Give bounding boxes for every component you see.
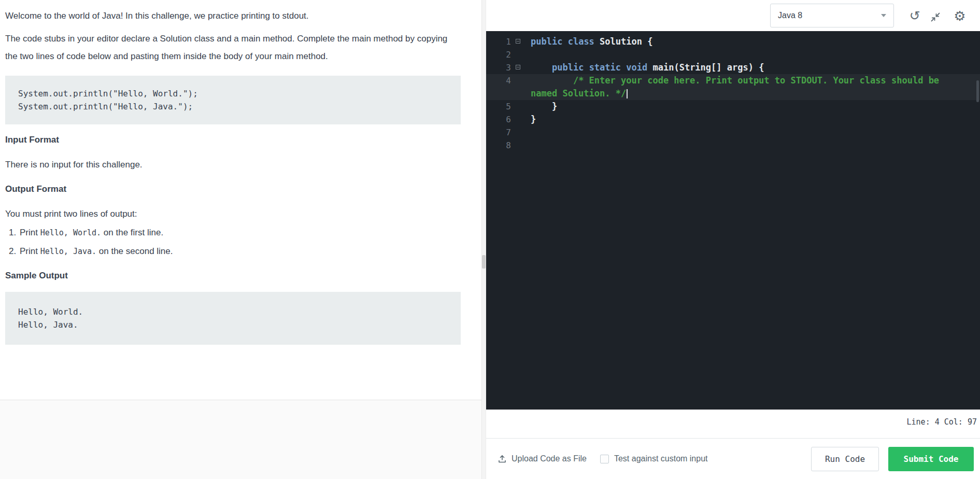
editor-line[interactable]: 8: [486, 139, 980, 152]
code-line[interactable]: [527, 126, 531, 139]
code-sample-line: System.out.println("Hello, Java.");: [18, 100, 450, 113]
editor-footer: Upload Code as File Test against custom …: [486, 438, 980, 479]
text-cursor: [627, 89, 628, 98]
run-code-button[interactable]: Run Code: [811, 447, 879, 471]
output-list: 1. Print Hello, World. on the first line…: [5, 224, 461, 260]
cursor-position: Line: 4 Col: 97: [907, 417, 977, 427]
input-format-heading: Input Format: [5, 134, 461, 146]
list-item: 1. Print Hello, World. on the first line…: [5, 224, 461, 242]
code-line[interactable]: }: [527, 113, 536, 126]
line-number: 7: [486, 126, 511, 139]
language-select[interactable]: Java 8: [770, 4, 894, 27]
inline-code: Hello, World.: [40, 228, 101, 237]
gutter-fold-column: [511, 100, 527, 113]
sample-output-heading: Sample Output: [5, 270, 461, 281]
editor-panel: Java 8 ↺ ⚙ 1public class Solution {23 pu…: [486, 0, 980, 479]
editor-line[interactable]: 3 public static void main(String[] args)…: [486, 61, 980, 74]
code-editor[interactable]: 1public class Solution {23 public static…: [486, 31, 980, 410]
custom-input-label: Test against custom input: [614, 454, 708, 463]
output-format-text: You must print two lines of output:: [5, 205, 461, 223]
list-item-number: 1.: [9, 224, 20, 242]
problem-panel: Welcome to the world of Java! In this ch…: [0, 0, 481, 479]
gutter-fold-column: [511, 126, 527, 139]
inline-code: Hello, Java.: [40, 247, 96, 256]
upload-icon: [498, 454, 507, 463]
editor-scrollbar-thumb[interactable]: [976, 80, 979, 102]
editor-line[interactable]: 7: [486, 126, 980, 139]
gutter-fold-column: [511, 61, 527, 74]
input-format-text: There is no input for this challenge.: [5, 156, 461, 174]
page: Welcome to the world of Java! In this ch…: [0, 0, 980, 479]
editor-line[interactable]: 1public class Solution {: [486, 35, 980, 48]
list-item-text: Print Hello, World. on the first line.: [20, 224, 163, 242]
panel-resize-handle[interactable]: [482, 255, 486, 269]
list-item-number: 2.: [9, 243, 20, 260]
code-line[interactable]: [527, 48, 531, 61]
editor-line[interactable]: 4 /* Enter your code here. Print output …: [486, 74, 980, 100]
line-number: 8: [486, 139, 511, 152]
fold-marker-icon[interactable]: [516, 39, 520, 44]
history-icon[interactable]: ↺: [906, 7, 924, 24]
line-number: 3: [486, 61, 511, 74]
code-line[interactable]: }: [527, 100, 557, 113]
editor-line[interactable]: 2: [486, 48, 980, 61]
list-item: 2. Print Hello, Java. on the second line…: [5, 243, 461, 260]
gutter-fold-column: [511, 48, 527, 61]
submit-code-button[interactable]: Submit Code: [888, 447, 974, 471]
problem-statement: Welcome to the world of Java! In this ch…: [0, 0, 481, 345]
code-sample-block: System.out.println("Hello, World."); Sys…: [5, 76, 461, 124]
fold-marker-icon[interactable]: [516, 65, 520, 69]
output-format-heading: Output Format: [5, 184, 461, 195]
line-number: 2: [486, 48, 511, 61]
intro-paragraph: Welcome to the world of Java! In this ch…: [5, 7, 461, 25]
collapse-icon[interactable]: [930, 12, 948, 22]
line-number: 1: [486, 35, 511, 48]
editor-toolbar: Java 8 ↺ ⚙: [486, 0, 980, 31]
description-paragraph: The code stubs in your editor declare a …: [5, 30, 461, 65]
chevron-down-icon: [881, 14, 886, 17]
code-line[interactable]: /* Enter your code here. Print output to…: [527, 74, 957, 100]
gutter-fold-column: [511, 74, 527, 100]
custom-input-toggle[interactable]: Test against custom input: [600, 454, 708, 463]
upload-code-button[interactable]: Upload Code as File: [498, 454, 587, 463]
line-number: 5: [486, 100, 511, 113]
gutter-fold-column: [511, 35, 527, 48]
upload-label: Upload Code as File: [512, 454, 587, 463]
sample-output-line: Hello, Java.: [18, 318, 450, 331]
custom-input-checkbox[interactable]: [600, 455, 609, 463]
editor-line[interactable]: 6}: [486, 113, 980, 126]
problem-card: Welcome to the world of Java! In this ch…: [0, 0, 481, 400]
editor-line[interactable]: 5 }: [486, 100, 980, 113]
sample-output-line: Hello, World.: [18, 305, 450, 318]
line-number: 4: [486, 74, 511, 100]
code-line[interactable]: [527, 139, 531, 152]
editor-statusbar: Line: 4 Col: 97: [486, 410, 980, 438]
sample-output-block: Hello, World. Hello, Java.: [5, 292, 461, 345]
code-line[interactable]: public static void main(String[] args) {: [527, 61, 764, 74]
settings-gear-icon[interactable]: ⚙: [951, 8, 969, 24]
editor-lines: 1public class Solution {23 public static…: [486, 35, 980, 152]
code-line[interactable]: public class Solution {: [527, 35, 652, 48]
gutter-fold-column: [511, 139, 527, 152]
code-sample-line: System.out.println("Hello, World.");: [18, 87, 450, 100]
list-item-text: Print Hello, Java. on the second line.: [20, 243, 173, 260]
panel-divider: [481, 0, 486, 479]
line-number: 6: [486, 113, 511, 126]
gutter-fold-column: [511, 113, 527, 126]
language-select-value: Java 8: [778, 11, 802, 20]
